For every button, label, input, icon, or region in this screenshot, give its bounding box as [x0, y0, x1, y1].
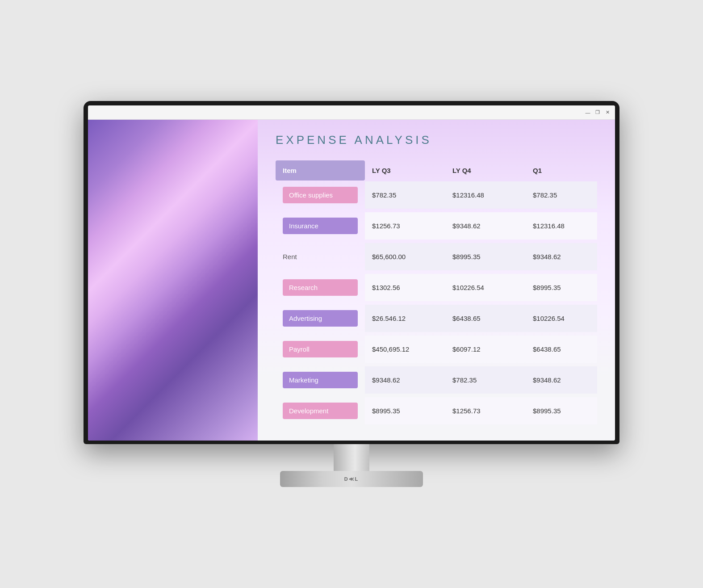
- restore-button[interactable]: ❐: [594, 109, 601, 116]
- table-row: Research$1302.56$10226.54$8995.35: [276, 274, 597, 301]
- table-row: Development$8995.35$1256.73$8995.35: [276, 397, 597, 424]
- minimize-button[interactable]: —: [585, 109, 591, 116]
- item-cell: Marketing: [276, 366, 365, 394]
- monitor-base: D≪L: [280, 471, 423, 487]
- item-cell: Development: [276, 397, 365, 424]
- header-item: Item: [276, 160, 365, 181]
- table-row: Marketing$9348.62$782.35$9348.62: [276, 366, 597, 394]
- q1-cell: $8995.35: [526, 274, 597, 301]
- left-decorative-panel: [88, 120, 258, 441]
- item-cell: Office supplies: [276, 181, 365, 209]
- table-row: Insurance$1256.73$9348.62$12316.48: [276, 212, 597, 239]
- lyq3-cell: $1302.56: [365, 274, 445, 301]
- lyq3-cell: $9348.62: [365, 366, 445, 394]
- close-button[interactable]: ✕: [604, 109, 611, 116]
- lyq4-cell: $12316.48: [445, 181, 526, 209]
- header-q1: Q1: [526, 160, 597, 181]
- lyq4-cell: $1256.73: [445, 397, 526, 424]
- q1-cell: $782.35: [526, 181, 597, 209]
- q1-cell: $10226.54: [526, 305, 597, 332]
- lyq3-cell: $26.546.12: [365, 305, 445, 332]
- lyq3-cell: $65,600.00: [365, 243, 445, 270]
- item-cell: Advertising: [276, 305, 365, 332]
- lyq4-cell: $9348.62: [445, 212, 526, 239]
- lyq4-cell: $10226.54: [445, 274, 526, 301]
- dell-logo: D≪L: [344, 476, 359, 482]
- q1-cell: $9348.62: [526, 243, 597, 270]
- blocks-decoration: [88, 120, 258, 441]
- lyq3-cell: $1256.73: [365, 212, 445, 239]
- monitor-screen: — ❐ ✕ EXPENSE ANALYSIS: [88, 105, 615, 441]
- page-title: EXPENSE ANALYSIS: [276, 133, 597, 147]
- table-row: Payroll$450,695.12$6097.12$6438.65: [276, 336, 597, 363]
- screen-content: EXPENSE ANALYSIS Item LY Q3 LY Q4 Q1: [88, 120, 615, 441]
- q1-cell: $12316.48: [526, 212, 597, 239]
- header-lyq4: LY Q4: [445, 160, 526, 181]
- title-bar: — ❐ ✕: [88, 105, 615, 120]
- table-row: Office supplies$782.35$12316.48$782.35: [276, 181, 597, 209]
- item-cell: Insurance: [276, 212, 365, 239]
- monitor-frame: — ❐ ✕ EXPENSE ANALYSIS: [84, 101, 619, 444]
- lyq4-cell: $782.35: [445, 366, 526, 394]
- lyq3-cell: $782.35: [365, 181, 445, 209]
- lyq4-cell: $8995.35: [445, 243, 526, 270]
- lyq3-cell: $8995.35: [365, 397, 445, 424]
- q1-cell: $6438.65: [526, 336, 597, 363]
- q1-cell: $9348.62: [526, 366, 597, 394]
- table-row: Rent$65,600.00$8995.35$9348.62: [276, 243, 597, 270]
- table-row: Advertising$26.546.12$6438.65$10226.54: [276, 305, 597, 332]
- lyq4-cell: $6438.65: [445, 305, 526, 332]
- monitor-wrapper: — ❐ ✕ EXPENSE ANALYSIS: [84, 101, 619, 487]
- header-lyq3: LY Q3: [365, 160, 445, 181]
- monitor-neck: [334, 444, 369, 471]
- lyq3-cell: $450,695.12: [365, 336, 445, 363]
- lyq4-cell: $6097.12: [445, 336, 526, 363]
- right-content-panel: EXPENSE ANALYSIS Item LY Q3 LY Q4 Q1: [258, 120, 615, 441]
- expense-table: Item LY Q3 LY Q4 Q1 Office supplies$782.…: [276, 160, 597, 428]
- item-cell: Rent: [276, 243, 365, 270]
- q1-cell: $8995.35: [526, 397, 597, 424]
- item-cell: Research: [276, 274, 365, 301]
- item-cell: Payroll: [276, 336, 365, 363]
- table-header-row: Item LY Q3 LY Q4 Q1: [276, 160, 597, 181]
